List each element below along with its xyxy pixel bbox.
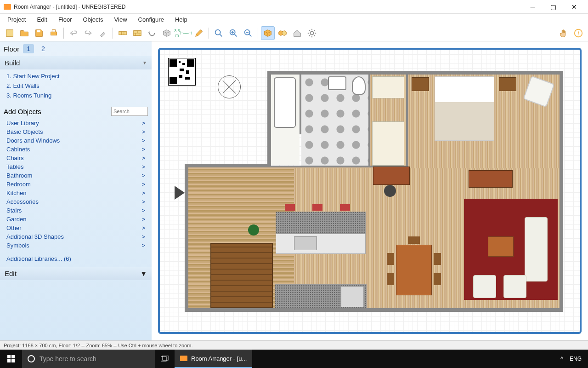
wall-icon[interactable] — [116, 26, 130, 40]
fridge[interactable] — [341, 286, 364, 307]
nightstand[interactable] — [499, 77, 516, 91]
hand-icon[interactable] — [557, 26, 571, 40]
category-bedroom[interactable]: Bedroom> — [6, 180, 145, 189]
category-bathroom[interactable]: Bathroom> — [6, 171, 145, 180]
chair[interactable] — [408, 236, 420, 244]
zoomin-icon[interactable] — [226, 26, 240, 40]
search-input[interactable] — [111, 107, 148, 116]
category-additional-3d-shapes[interactable]: Additional 3D Shapes> — [6, 232, 145, 241]
stool[interactable] — [312, 204, 322, 211]
bed[interactable] — [435, 76, 494, 141]
category-kitchen[interactable]: Kitchen> — [6, 189, 145, 197]
kitchen-sink[interactable] — [294, 236, 317, 250]
chair[interactable] — [434, 273, 441, 285]
floor-tab-2[interactable]: 2 — [38, 44, 49, 53]
menu-floor[interactable]: Floor — [54, 15, 77, 24]
menu-help[interactable]: Help — [170, 15, 192, 24]
cubes-icon[interactable] — [276, 26, 289, 40]
build-rooms-tuning[interactable]: 3. Rooms Tuning — [6, 91, 145, 100]
category-accessories[interactable]: Accessories> — [6, 197, 145, 206]
build-edit-walls[interactable]: 2. Edit Walls — [6, 81, 145, 91]
gear-icon[interactable] — [305, 26, 319, 40]
cabinet[interactable] — [372, 121, 404, 166]
cabinet[interactable] — [372, 76, 404, 98]
chair[interactable] — [434, 253, 441, 265]
start-button[interactable] — [0, 350, 22, 368]
tray-chevron-up-icon[interactable]: ^ — [560, 356, 563, 362]
dining-table[interactable] — [396, 245, 432, 295]
zoom-icon[interactable] — [212, 26, 226, 40]
svg-rect-27 — [11, 359, 15, 362]
category-user-library[interactable]: User Library> — [6, 119, 145, 127]
svg-rect-1 — [37, 30, 40, 32]
build-section-head[interactable]: Build ▼ — [0, 56, 152, 69]
category-cabinets[interactable]: Cabinets> — [6, 145, 145, 154]
tv-stand[interactable] — [469, 170, 513, 188]
stool[interactable] — [285, 204, 295, 211]
office-chair[interactable] — [384, 185, 396, 197]
category-basic-objects[interactable]: Basic Objects> — [6, 127, 145, 136]
armchair[interactable] — [473, 275, 496, 298]
floor-tab-1[interactable]: 1 — [23, 44, 34, 53]
menu-view[interactable]: View — [110, 15, 132, 24]
rotate-icon[interactable] — [145, 26, 159, 40]
category-garden[interactable]: Garden> — [6, 215, 145, 224]
minimize-button[interactable]: ─ — [522, 0, 543, 13]
category-doors-and-windows[interactable]: Doors and Windows> — [6, 136, 145, 145]
home-icon[interactable] — [290, 26, 304, 40]
maximize-button[interactable]: ▢ — [543, 0, 564, 13]
kitchen-island[interactable] — [276, 212, 366, 234]
category-other[interactable]: Other> — [6, 224, 145, 232]
menu-edit[interactable]: Edit — [32, 15, 51, 24]
menu-configure[interactable]: Configure — [134, 15, 169, 24]
additional-libraries-link[interactable]: Additional Libraries... (6) — [0, 253, 152, 267]
app-icon — [180, 356, 187, 361]
floorplan[interactable] — [185, 71, 563, 312]
print-icon[interactable] — [47, 26, 61, 40]
armchair[interactable] — [503, 275, 526, 298]
floorplan-canvas[interactable] — [158, 48, 582, 334]
new-icon[interactable] — [3, 26, 17, 40]
coffee-table[interactable] — [488, 236, 514, 257]
menu-objects[interactable]: Objects — [79, 15, 108, 24]
chair[interactable] — [387, 253, 394, 265]
play-arrow-icon[interactable] — [175, 186, 185, 200]
build-start-new[interactable]: 1. Start New Project — [6, 71, 145, 81]
bathtub[interactable] — [274, 77, 296, 128]
kitchen-counter[interactable] — [276, 234, 366, 254]
paint-icon[interactable] — [96, 26, 110, 40]
title-bar: Room Arranger - [untitled] - UNREGISTERE… — [0, 0, 588, 14]
undo-icon[interactable] — [67, 26, 80, 40]
window-title: Room Arranger - [untitled] - UNREGISTERE… — [14, 4, 522, 10]
toilet[interactable] — [352, 76, 366, 95]
tray-language[interactable]: ENG — [570, 356, 582, 362]
task-view-button[interactable] — [155, 350, 175, 368]
edit-section-head[interactable]: Edit ▼ — [0, 267, 152, 280]
category-tables[interactable]: Tables> — [6, 162, 145, 171]
category-symbols[interactable]: Symbols> — [6, 241, 145, 250]
info-icon[interactable]: i — [571, 26, 585, 40]
taskbar-search[interactable]: Type here to search — [22, 350, 155, 368]
box3d-icon[interactable] — [160, 26, 174, 40]
close-button[interactable]: ✕ — [564, 0, 584, 13]
nightstand[interactable] — [412, 77, 429, 91]
menu-project[interactable]: Project — [3, 15, 30, 24]
sink[interactable] — [328, 76, 346, 90]
taskbar-app-room-arranger[interactable]: Room Arranger - [u... — [175, 350, 252, 368]
measure-icon[interactable]: 3.5 m⊢──⊣ — [175, 26, 191, 40]
category-stairs[interactable]: Stairs> — [6, 206, 145, 215]
plant[interactable] — [248, 224, 259, 236]
cube-icon[interactable] — [261, 26, 275, 40]
desk[interactable] — [373, 167, 410, 185]
open-icon[interactable] — [17, 26, 31, 40]
chair[interactable] — [387, 273, 394, 285]
sofa[interactable] — [525, 217, 548, 282]
zoomout-icon[interactable] — [241, 26, 255, 40]
save-icon[interactable] — [32, 26, 46, 40]
brick-icon[interactable] — [130, 26, 144, 40]
stairs[interactable] — [210, 243, 273, 308]
redo-icon[interactable] — [81, 26, 95, 40]
pencil-icon[interactable] — [192, 26, 206, 40]
stool[interactable] — [340, 204, 350, 211]
category-chairs[interactable]: Chairs> — [6, 154, 145, 162]
